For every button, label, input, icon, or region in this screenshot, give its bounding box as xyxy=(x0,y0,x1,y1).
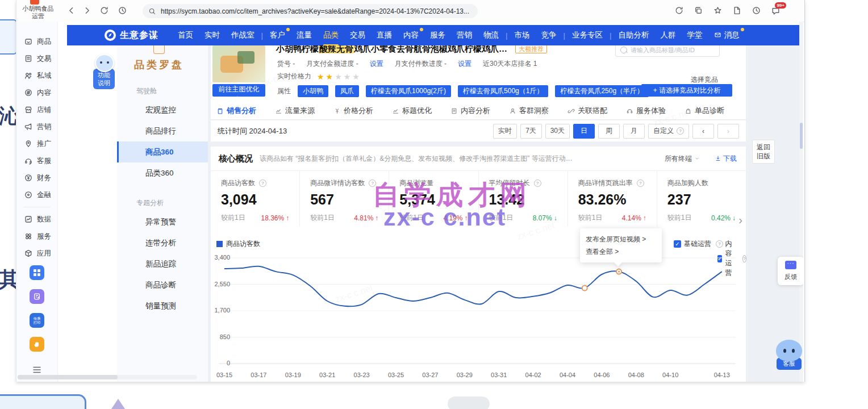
help-icon[interactable]: ? xyxy=(534,180,541,187)
select-competitor-label[interactable]: 选择竞品 xyxy=(691,75,718,85)
attribute-tag[interactable]: 柠檬去骨凤爪500g（1斤） xyxy=(458,85,548,97)
download-button[interactable]: 下载 xyxy=(715,154,737,164)
forward-icon[interactable] xyxy=(82,6,93,16)
nav-item-content[interactable]: 内容 xyxy=(403,30,419,40)
sidebar-item-new-product-tracking[interactable]: 新品追踪 xyxy=(117,253,208,274)
settings-link[interactable]: 设置 xyxy=(458,59,471,69)
sidebar-item-product[interactable]: 商品 xyxy=(16,33,57,50)
sidebar-item-services[interactable]: 服务 xyxy=(16,228,57,245)
tooltip-action-link[interactable]: 发布全屏页短视频 > xyxy=(586,233,656,245)
date-range-month[interactable]: 月 xyxy=(623,124,645,139)
sidebar-item-trade[interactable]: 交易 xyxy=(16,50,57,67)
tab-related-match[interactable]: 关联搭配 xyxy=(567,106,607,116)
sync-icon[interactable] xyxy=(674,6,685,16)
favorites-star-icon[interactable] xyxy=(713,6,723,16)
nav-item-marketing[interactable]: 营销 xyxy=(457,30,472,40)
terminal-filter-dropdown[interactable]: 所有终端 xyxy=(665,154,700,164)
help-icon[interactable]: ? xyxy=(259,180,266,187)
date-range-realtime[interactable]: 实时 xyxy=(493,124,517,139)
product-search-input[interactable] xyxy=(629,46,717,54)
attribute-tag[interactable]: 小胡鸭 xyxy=(298,85,328,97)
nav-item-self-analysis[interactable]: 自助分析 xyxy=(619,30,649,40)
sidebar-item-linked-analysis[interactable]: 连带分析 xyxy=(117,232,208,253)
sidebar-item-apps[interactable]: 应用 xyxy=(16,245,57,262)
page-icon[interactable] xyxy=(732,6,742,16)
nav-item-trade[interactable]: 交易 xyxy=(350,30,365,40)
sidebar-item-promotion[interactable]: 推广 xyxy=(16,135,57,152)
app-notes-icon[interactable] xyxy=(30,289,44,304)
nav-item-market[interactable]: 市场 xyxy=(515,30,530,40)
sidebar-item-content[interactable]: 内容 xyxy=(16,84,57,101)
tab-service-experience[interactable]: 服务体验 xyxy=(626,106,666,116)
nav-item-live[interactable]: 直播 xyxy=(377,30,392,40)
attribute-tag[interactable]: 柠檬去骨凤爪1000g(2斤) xyxy=(366,85,451,97)
menu-icon[interactable] xyxy=(33,366,41,375)
scrollbar-thumb[interactable] xyxy=(18,375,118,379)
help-icon[interactable]: ? xyxy=(369,180,376,187)
chat-icon[interactable]: 99+ xyxy=(771,6,781,16)
customer-service-widget[interactable]: 客服 xyxy=(773,340,803,370)
back-icon[interactable] xyxy=(66,6,77,16)
browser-tab-label[interactable]: 小胡鸭食品 运营 xyxy=(16,5,60,20)
horizontal-scrollbar[interactable] xyxy=(18,375,197,379)
app-grid-icon[interactable] xyxy=(30,265,44,280)
nav-item-logistics[interactable]: 物流 xyxy=(483,30,499,40)
metrics-more-chevron[interactable]: › xyxy=(738,214,742,227)
tab-content-analysis[interactable]: 内容分析 xyxy=(450,106,490,116)
settings-link[interactable]: 设置 xyxy=(370,59,383,69)
tab-sales-analysis[interactable]: 销售分析 xyxy=(216,106,256,116)
sidebar-item-shop[interactable]: 店铺 xyxy=(16,101,57,118)
date-range-week[interactable]: 周 xyxy=(598,124,620,139)
nav-item-traffic[interactable]: 流量 xyxy=(297,30,312,40)
sidebar-item-sales-forecast[interactable]: 销量预测 xyxy=(117,295,208,316)
sidebar-item-macro-monitor[interactable]: 宏观监控 xyxy=(117,99,208,120)
nav-item-audience[interactable]: 人群 xyxy=(661,30,676,40)
sidebar-item-marketing[interactable]: 营销 xyxy=(16,118,57,135)
vertical-scrollbar[interactable] xyxy=(799,22,803,382)
sidebar-item-product-ranking[interactable]: 商品排行 xyxy=(117,120,208,141)
brand-name[interactable]: 生意参谋 xyxy=(120,30,158,41)
sidebar-item-product-diagnosis[interactable]: 商品诊断 xyxy=(117,274,208,295)
tooltip-view-all-link[interactable]: 查看全部 > xyxy=(586,245,656,258)
history-clock-icon[interactable] xyxy=(118,6,128,16)
select-competitor-button[interactable]: + 请选择竞品对比分析 xyxy=(641,84,732,97)
scrollbar-thumb[interactable] xyxy=(800,123,803,149)
sidebar-item-customer-service[interactable]: 客服 xyxy=(16,152,57,169)
helper-mascot[interactable]: 功能 说明 xyxy=(93,54,117,89)
nav-item-category[interactable]: 品类 xyxy=(323,30,339,40)
tabs-icon[interactable] xyxy=(694,6,704,16)
tab-title-optimize[interactable]: 标题优化 xyxy=(392,106,432,116)
sidebar-item-private-domain[interactable]: 私域 xyxy=(16,67,57,84)
sidebar-item-category-360[interactable]: 品类360 xyxy=(117,162,208,183)
sidebar-item-anomaly-alert[interactable]: 异常预警 xyxy=(117,211,208,232)
feedback-button[interactable]: 反馈 xyxy=(778,257,803,285)
tab-audience-insight[interactable]: 客群洞察 xyxy=(509,106,549,116)
tab-traffic-source[interactable]: 流量来源 xyxy=(275,106,315,116)
checkbox-basic-operation[interactable]: ✓基础运营? xyxy=(674,239,723,249)
clock-icon[interactable] xyxy=(752,6,762,16)
optimize-main-image-button[interactable]: 前往主图优化 > xyxy=(212,84,265,97)
attribute-tag[interactable]: 凤爪 xyxy=(335,85,359,97)
app-hand-icon[interactable] xyxy=(30,337,44,352)
visitors-trend-chart[interactable] xyxy=(215,252,740,367)
date-range-day[interactable]: 日 xyxy=(573,124,595,139)
nav-item-war-room[interactable]: 作战室 xyxy=(231,30,254,40)
nav-item-compete[interactable]: 竞争 xyxy=(541,30,557,40)
app-print-icon[interactable]: 传乘打印 xyxy=(30,313,44,328)
product-search-box[interactable] xyxy=(615,45,720,57)
tab-price-analysis[interactable]: 价格分析 xyxy=(333,106,373,116)
checkbox-checked-icon[interactable]: ✓ xyxy=(674,240,681,248)
product-image[interactable] xyxy=(212,45,265,82)
refresh-icon[interactable] xyxy=(99,6,110,16)
sidebar-item-data[interactable]: 数据 xyxy=(16,211,57,228)
nav-item-message[interactable]: 消息 xyxy=(714,30,740,40)
back-to-old-version-button[interactable]: 返回 旧版 xyxy=(752,140,775,164)
attribute-tag[interactable]: 柠檬去骨凤爪250g（半斤） xyxy=(555,85,649,97)
tab-item-diagnosis[interactable]: 单品诊断 xyxy=(685,106,724,116)
date-range-7d[interactable]: 7天 xyxy=(520,124,542,139)
date-range-custom[interactable]: 自定义? xyxy=(648,124,689,139)
prev-page-button[interactable]: ‹ xyxy=(692,124,714,139)
nav-item-home[interactable]: 首页 xyxy=(178,30,193,40)
sidebar-item-product-360[interactable]: 商品360 xyxy=(117,141,208,162)
nav-item-customer[interactable]: 客户 xyxy=(270,30,285,40)
